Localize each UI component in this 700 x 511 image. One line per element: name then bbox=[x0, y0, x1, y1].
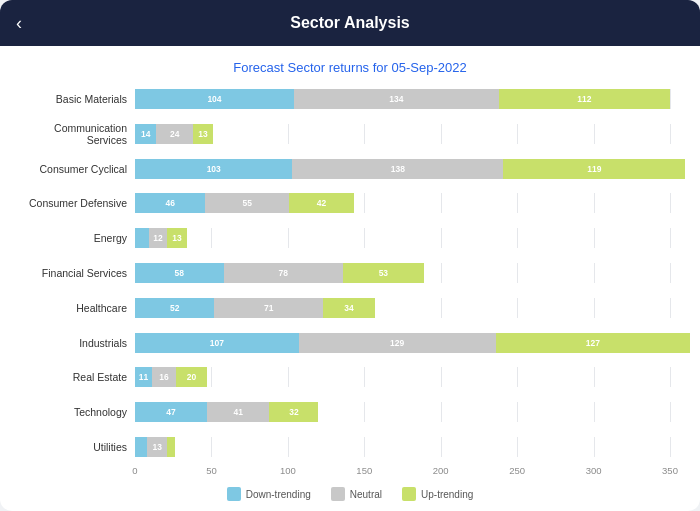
x-axis: 050100150200250300350 bbox=[135, 461, 680, 481]
table-row: Industrials107129127 bbox=[20, 329, 680, 357]
row-label: Financial Services bbox=[20, 267, 135, 279]
table-row: Financial Services587853 bbox=[20, 259, 680, 287]
bar-segment-neutral: 134 bbox=[294, 89, 499, 109]
bar-group: 474132 bbox=[135, 402, 318, 422]
bar-group: 107129127 bbox=[135, 333, 690, 353]
row-label: Healthcare bbox=[20, 302, 135, 314]
bar-segment-down: 14 bbox=[135, 124, 156, 144]
bar-group: 104134112 bbox=[135, 89, 670, 109]
table-row: Basic Materials104134112 bbox=[20, 85, 680, 113]
bar-segment-up bbox=[167, 437, 175, 457]
row-label: Industrials bbox=[20, 337, 135, 349]
row-label: Utilities bbox=[20, 441, 135, 453]
table-row: Technology474132 bbox=[20, 398, 680, 426]
x-tick-label: 350 bbox=[662, 465, 678, 476]
bars-outer: 103138119 bbox=[135, 159, 685, 179]
bar-segment-up: 127 bbox=[496, 333, 690, 353]
bar-segment-down: 47 bbox=[135, 402, 207, 422]
row-label: Energy bbox=[20, 232, 135, 244]
x-tick-label: 50 bbox=[206, 465, 217, 476]
table-row: Consumer Defensive465542 bbox=[20, 189, 680, 217]
legend: Down-trendingNeutralUp-trending bbox=[20, 487, 680, 501]
bar-segment-neutral: 13 bbox=[147, 437, 167, 457]
x-tick-label: 300 bbox=[586, 465, 602, 476]
bar-segment-up: 119 bbox=[503, 159, 685, 179]
table-row: Real Estate111620 bbox=[20, 363, 680, 391]
bar-segment-down: 104 bbox=[135, 89, 294, 109]
legend-label: Neutral bbox=[350, 489, 382, 500]
legend-label: Down-trending bbox=[246, 489, 311, 500]
row-label: Consumer Defensive bbox=[20, 197, 135, 209]
table-row: Consumer Cyclical103138119 bbox=[20, 155, 680, 183]
header: ‹ Sector Analysis bbox=[0, 0, 700, 46]
chart-area: Forecast Sector returns for 05-Sep-2022 … bbox=[0, 46, 700, 511]
bars-outer: 104134112 bbox=[135, 89, 680, 109]
row-label: Basic Materials bbox=[20, 93, 135, 105]
bar-group: 587853 bbox=[135, 263, 424, 283]
bar-segment-neutral: 12 bbox=[149, 228, 167, 248]
bar-segment-down: 46 bbox=[135, 193, 205, 213]
bar-segment-neutral: 129 bbox=[299, 333, 496, 353]
legend-color-neutral bbox=[331, 487, 345, 501]
row-label: Consumer Cyclical bbox=[20, 163, 135, 175]
legend-item: Up-trending bbox=[402, 487, 473, 501]
bar-segment-down: 58 bbox=[135, 263, 224, 283]
table-row: Energy1213 bbox=[20, 224, 680, 252]
table-row: Healthcare527134 bbox=[20, 294, 680, 322]
bar-group: 111620 bbox=[135, 367, 207, 387]
bars-outer: 1213 bbox=[135, 228, 680, 248]
row-label: Technology bbox=[20, 406, 135, 418]
table-row: Communication Services142413 bbox=[20, 120, 680, 148]
row-label: Real Estate bbox=[20, 371, 135, 383]
bar-group: 103138119 bbox=[135, 159, 685, 179]
bar-segment-down: 52 bbox=[135, 298, 214, 318]
app-container: ‹ Sector Analysis Forecast Sector return… bbox=[0, 0, 700, 511]
bar-segment-neutral: 41 bbox=[207, 402, 270, 422]
bars-outer: 527134 bbox=[135, 298, 680, 318]
bar-segment-up: 13 bbox=[167, 228, 187, 248]
chart-body: Basic Materials104134112Communication Se… bbox=[20, 85, 680, 501]
x-tick-label: 250 bbox=[509, 465, 525, 476]
bar-segment-neutral: 78 bbox=[224, 263, 343, 283]
bars-outer: 13 bbox=[135, 437, 680, 457]
bars-outer: 142413 bbox=[135, 124, 680, 144]
table-row: Utilities13 bbox=[20, 433, 680, 461]
bar-segment-up: 53 bbox=[343, 263, 424, 283]
bar-segment-down: 11 bbox=[135, 367, 152, 387]
bar-group: 465542 bbox=[135, 193, 354, 213]
bar-segment-neutral: 138 bbox=[292, 159, 503, 179]
bar-segment-up: 112 bbox=[499, 89, 670, 109]
bar-segment-down bbox=[135, 228, 149, 248]
bars-outer: 107129127 bbox=[135, 333, 690, 353]
rows-area: Basic Materials104134112Communication Se… bbox=[20, 85, 680, 461]
row-label: Communication Services bbox=[20, 122, 135, 146]
bar-segment-up: 20 bbox=[176, 367, 207, 387]
bar-segment-up: 42 bbox=[289, 193, 353, 213]
bar-group: 13 bbox=[135, 437, 175, 457]
x-tick-label: 200 bbox=[433, 465, 449, 476]
bar-segment-up: 32 bbox=[269, 402, 318, 422]
bar-segment-up: 13 bbox=[193, 124, 213, 144]
bar-segment-neutral: 55 bbox=[205, 193, 289, 213]
legend-item: Neutral bbox=[331, 487, 382, 501]
bar-segment-neutral: 71 bbox=[214, 298, 323, 318]
x-tick-label: 100 bbox=[280, 465, 296, 476]
legend-color-up bbox=[402, 487, 416, 501]
bar-segment-neutral: 16 bbox=[152, 367, 176, 387]
legend-item: Down-trending bbox=[227, 487, 311, 501]
bar-segment-down bbox=[135, 437, 147, 457]
bar-group: 527134 bbox=[135, 298, 375, 318]
bar-segment-up: 34 bbox=[323, 298, 375, 318]
bars-outer: 465542 bbox=[135, 193, 680, 213]
bars-outer: 587853 bbox=[135, 263, 680, 283]
x-tick-label: 150 bbox=[356, 465, 372, 476]
back-button[interactable]: ‹ bbox=[16, 13, 22, 34]
bars-outer: 474132 bbox=[135, 402, 680, 422]
bars-outer: 111620 bbox=[135, 367, 680, 387]
x-tick-label: 0 bbox=[132, 465, 137, 476]
bar-group: 1213 bbox=[135, 228, 187, 248]
legend-color-down bbox=[227, 487, 241, 501]
chart-subtitle: Forecast Sector returns for 05-Sep-2022 bbox=[20, 60, 680, 75]
page-title: Sector Analysis bbox=[20, 14, 680, 32]
bar-segment-neutral: 24 bbox=[156, 124, 193, 144]
